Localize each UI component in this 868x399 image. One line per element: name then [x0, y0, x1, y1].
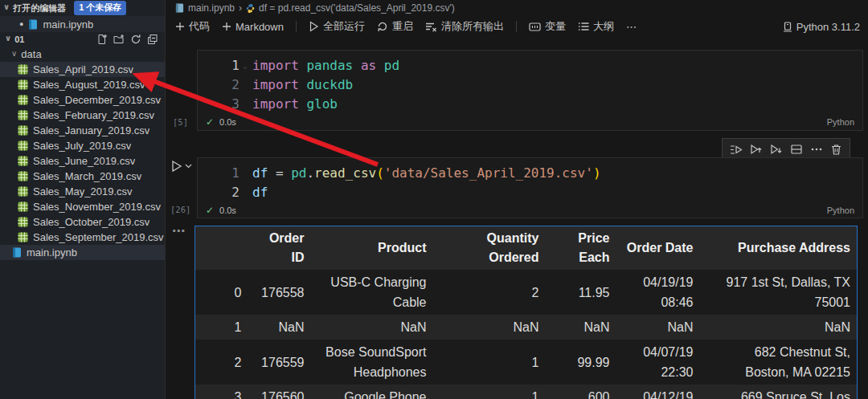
kernel-picker[interactable]: Python 3.11.2 [783, 21, 860, 33]
python-icon [246, 4, 255, 13]
code-line[interactable]: 1⌄import pandas as pd [198, 56, 862, 75]
code-editor[interactable]: 1⌄import pandas as pd2import duckdb3impo… [198, 51, 862, 114]
variables-button[interactable]: 变量 [529, 19, 566, 34]
table-cell: 04/07/19 22:30 [616, 340, 700, 385]
cell-status-bar: ✓ 0.0s Python [198, 114, 862, 130]
sidebar-file-item[interactable]: Sales_July_2019.csv [0, 138, 165, 153]
sidebar-file-item[interactable]: Sales_May_2019.csv [0, 184, 165, 199]
table-cell: 0 [195, 270, 248, 315]
open-editors-title: 打开的编辑器 [13, 2, 66, 14]
notebook-icon [175, 3, 184, 13]
open-editors-header[interactable]: ∨ 打开的编辑器 1 个未保存 [0, 0, 165, 16]
table-cell: 1 [433, 340, 546, 385]
open-editor-item-main-ipynb[interactable]: ● main.ipynb [0, 16, 165, 32]
breadcrumb-cell-code[interactable]: df = pd.read_csv('data/Sales_April_2019.… [259, 2, 455, 14]
sidebar-file-item[interactable]: Sales_April_2019.csv [0, 62, 165, 77]
run-cell-and-below-icon[interactable] [766, 140, 786, 159]
cell-status-bar: ✓ 0.0s Python [198, 202, 862, 218]
sidebar-file-item[interactable]: Sales_September_2019.csv [0, 230, 165, 245]
run-cells-above-icon[interactable] [746, 140, 766, 159]
clear-all-outputs-button[interactable]: 清除所有输出 [425, 19, 504, 34]
chevron-down-icon: ∨ [11, 50, 17, 58]
folder-data[interactable]: ∨ data [0, 47, 165, 62]
cell-language-label[interactable]: Python [827, 206, 854, 215]
line-number: 1 [198, 56, 240, 75]
column-header [195, 226, 248, 271]
line-number: 2 [198, 183, 240, 202]
sidebar-file-main-ipynb[interactable]: main.ipynb [0, 245, 165, 260]
restart-button[interactable]: 重启 [377, 19, 413, 34]
toolbar-separator [296, 21, 297, 32]
sidebar-file-item[interactable]: Sales_October_2019.csv [0, 214, 165, 230]
table-row: 3176560Google Phone160004/12/19669 Spruc… [195, 385, 858, 399]
table-cell: 3 [195, 385, 248, 399]
sidebar-file-item[interactable]: Sales_February_2019.csv [0, 108, 165, 123]
run-all-icon [309, 21, 319, 32]
sidebar-file-item[interactable]: Sales_June_2019.csv [0, 153, 165, 169]
execution-count: [5] [173, 117, 188, 127]
csv-file-icon [18, 140, 28, 151]
code-editor[interactable]: 1df = pd.read_csv('data/Sales_April_2019… [198, 158, 862, 202]
run-cell-button[interactable] [170, 160, 192, 173]
fold-gutter [240, 164, 251, 183]
code-text: import pandas as pd [251, 56, 399, 75]
more-actions-button[interactable]: ⋯ [626, 21, 637, 33]
modified-dot-icon: ● [19, 20, 23, 28]
sidebar-file-item[interactable]: Sales_November_2019.csv [0, 199, 165, 214]
table-cell: NaN [546, 315, 616, 340]
refresh-icon[interactable] [129, 34, 141, 46]
more-cell-actions-icon[interactable] [806, 140, 826, 159]
csv-file-icon [18, 64, 28, 75]
table-cell: 1 [433, 385, 546, 399]
execute-above-cells-icon[interactable] [726, 140, 746, 159]
code-line[interactable]: 2df [198, 183, 862, 202]
code-line[interactable]: 3import glob [198, 95, 862, 114]
column-header: Price Each [546, 226, 616, 271]
add-markdown-cell-button[interactable]: Markdown [222, 21, 284, 33]
collapse-all-icon[interactable] [146, 34, 158, 46]
vscode-window: ∨ 打开的编辑器 1 个未保存 ● main.ipynb ∨ 01 [0, 0, 868, 399]
open-editor-label: main.ipynb [43, 18, 93, 31]
output-collapse-button[interactable]: ⋯ [172, 223, 186, 238]
csv-file-icon [18, 171, 28, 181]
notebook-toolbar: 代码 Markdown 全部运行 重启 清除所有输出 变量 [166, 16, 868, 37]
column-header: Purchase Address [700, 226, 858, 271]
explorer-actions [96, 34, 165, 46]
table-cell: 176559 [248, 340, 311, 385]
table-cell: NaN [616, 315, 700, 340]
code-cell-1[interactable]: 1⌄import pandas as pd2import duckdb3impo… [197, 50, 863, 131]
workspace-name: 01 [14, 35, 24, 44]
breadcrumb-file[interactable]: main.ipynb [188, 2, 235, 14]
run-all-button[interactable]: 全部运行 [309, 19, 365, 34]
table-cell: 600 [546, 385, 616, 399]
table-cell: NaN [311, 315, 433, 340]
breadcrumb[interactable]: main.ipynb › df = pd.read_csv('data/Sale… [166, 0, 868, 16]
outline-button[interactable]: 大纲 [578, 19, 614, 34]
execution-duration: 0.0s [219, 206, 236, 215]
line-number: 2 [198, 75, 240, 95]
code-text: df = pd.read_csv('data/Sales_April_2019.… [251, 164, 601, 183]
split-cell-icon[interactable] [786, 140, 806, 159]
clear-outputs-icon [425, 21, 437, 32]
table-cell: 1 [195, 315, 248, 340]
table-row: 1NaNNaNNaNNaNNaNNaN [195, 315, 858, 340]
csv-file-icon [18, 232, 28, 242]
code-line[interactable]: 2import duckdb [198, 75, 862, 95]
editor-area: main.ipynb › df = pd.read_csv('data/Sale… [166, 0, 868, 399]
fold-chevron-icon[interactable]: ⌄ [240, 56, 251, 75]
sidebar-file-item[interactable]: Sales_January_2019.csv [0, 123, 165, 138]
table-row: 0176558USB-C Charging Cable211.9504/19/1… [195, 270, 858, 315]
sidebar-file-item[interactable]: Sales_August_2019.csv [0, 77, 165, 92]
code-cell-2[interactable]: 1df = pd.read_csv('data/Sales_April_2019… [197, 157, 863, 218]
new-folder-icon[interactable] [113, 34, 125, 46]
workspace-section-header[interactable]: ∨ 01 [0, 32, 165, 47]
fold-gutter [240, 183, 251, 202]
new-file-icon[interactable] [96, 34, 108, 46]
delete-cell-icon[interactable] [826, 140, 846, 159]
table-cell: 917 1st St, Dallas, TX 75001 [700, 270, 858, 315]
sidebar-file-item[interactable]: Sales_December_2019.csv [0, 92, 165, 108]
add-code-cell-button[interactable]: 代码 [175, 19, 210, 34]
cell-language-label[interactable]: Python [827, 117, 854, 127]
code-line[interactable]: 1df = pd.read_csv('data/Sales_April_2019… [198, 164, 862, 183]
sidebar-file-item[interactable]: Sales_March_2019.csv [0, 169, 165, 184]
